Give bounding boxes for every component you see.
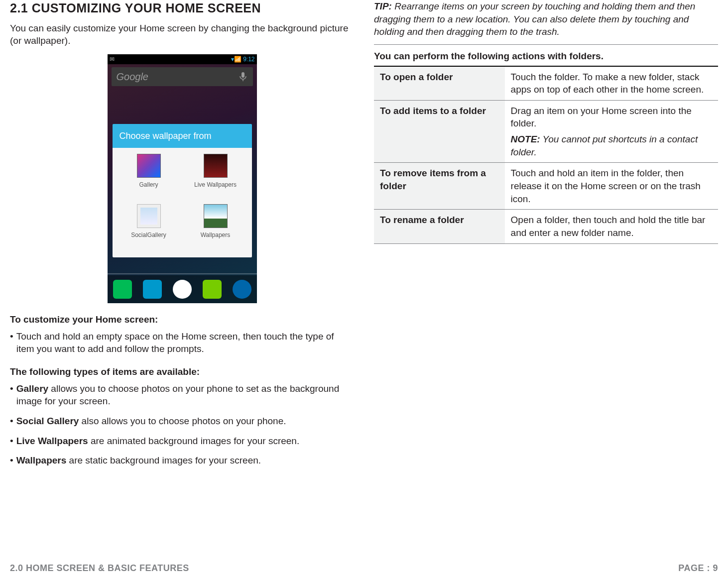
- item-type-desc: allows you to choose photos on your phon…: [16, 383, 340, 407]
- footer-page: PAGE : 9: [678, 562, 718, 574]
- table-key: To remove items from a folder: [374, 163, 505, 210]
- wallpaper-option-social: SocialGallery: [116, 204, 182, 254]
- item-type-name: Gallery: [16, 383, 48, 394]
- table-key: To open a folder: [374, 67, 505, 101]
- wallpaper-option-label: Gallery: [139, 181, 158, 189]
- table-value: Open a folder, then touch and hold the t…: [505, 210, 718, 243]
- app-drawer-icon: [173, 280, 192, 299]
- item-type-desc: are animated background images for your …: [88, 436, 300, 446]
- mail-icon: ✉: [110, 55, 115, 63]
- footer-section: 2.0 HOME SCREEN & BASIC FEATURES: [10, 562, 189, 574]
- table-value: Touch and hold an item in the folder, th…: [505, 163, 718, 210]
- phone-app-icon: [113, 280, 132, 299]
- list-item: Wallpapers are static background images …: [10, 454, 354, 467]
- types-lead: The following types of items are availab…: [10, 365, 354, 378]
- mic-icon: [239, 72, 247, 85]
- messaging-app-icon: [203, 280, 222, 299]
- item-type-name: Wallpapers: [16, 455, 67, 465]
- item-type-name: Live Wallpapers: [16, 436, 88, 446]
- wallpaper-option-live: Live Wallpapers: [182, 154, 249, 204]
- item-type-desc: are static background images for your sc…: [66, 455, 261, 465]
- social-gallery-icon: [137, 204, 161, 228]
- table-row: To open a folderTouch the folder. To mak…: [374, 67, 718, 101]
- phone-screenshot: ✉ ▾📶 9:12 Google Choose wallpaper from G…: [10, 54, 354, 303]
- status-time: 9:12: [243, 56, 254, 63]
- list-item-text: Touch and hold an empty space on the Hom…: [16, 330, 354, 355]
- table-row: To add items to a folderDrag an item on …: [374, 100, 718, 163]
- wallpapers-icon: [204, 204, 228, 228]
- table-value: Drag an item on your Home screen into th…: [505, 100, 718, 163]
- list-item: Gallery allows you to choose photos on y…: [10, 382, 354, 408]
- contacts-app-icon: [143, 280, 162, 299]
- svg-rect-0: [242, 72, 244, 78]
- wallpaper-option-gallery: Gallery: [116, 154, 182, 204]
- status-right: ▾📶 9:12: [231, 55, 255, 63]
- table-row: To remove items from a folderTouch and h…: [374, 163, 718, 210]
- wifi-icon: ▾📶: [231, 56, 242, 63]
- note-label: NOTE:: [511, 134, 540, 144]
- tip-label: TIP:: [374, 1, 392, 11]
- intro-paragraph: You can easily customize your Home scree…: [10, 22, 354, 47]
- list-item: Touch and hold an empty space on the Hom…: [10, 330, 354, 355]
- item-type-desc: also allows you to choose photos on your…: [79, 416, 286, 426]
- item-type-name: Social Gallery: [16, 416, 79, 426]
- gallery-icon: [137, 154, 161, 178]
- phone-dock: [108, 275, 257, 303]
- tip-paragraph: TIP: Rearrange items on your screen by t…: [374, 0, 718, 45]
- table-row: To rename a folderOpen a folder, then to…: [374, 210, 718, 243]
- table-lead: You can perform the following actions wi…: [374, 50, 718, 67]
- wallpaper-sheet-title: Choose wallpaper from: [113, 124, 252, 148]
- table-key: To add items to a folder: [374, 100, 505, 163]
- table-value: Touch the folder. To make a new folder, …: [505, 67, 718, 101]
- table-key: To rename a folder: [374, 210, 505, 243]
- section-heading: 2.1 CUSTOMIZING YOUR HOME SCREEN: [10, 0, 354, 17]
- wallpaper-option-label: SocialGallery: [131, 231, 166, 239]
- wallpaper-option-label: Live Wallpapers: [194, 181, 237, 189]
- wallpaper-option-label: Wallpapers: [201, 231, 231, 239]
- tip-text: Rearrange items on your screen by touchi…: [374, 1, 695, 37]
- customize-lead: To customize your Home screen:: [10, 313, 354, 326]
- google-search-bar: Google: [112, 67, 253, 86]
- browser-app-icon: [233, 280, 251, 299]
- wallpaper-sheet: Gallery Live Wallpapers SocialGallery Wa…: [113, 148, 252, 257]
- wallpaper-option-wallpapers: Wallpapers: [182, 204, 249, 254]
- search-placeholder: Google: [117, 70, 149, 84]
- list-item: Social Gallery also allows you to choose…: [10, 415, 354, 428]
- left-column: 2.1 CUSTOMIZING YOUR HOME SCREEN You can…: [10, 0, 354, 474]
- page-footer: 2.0 HOME SCREEN & BASIC FEATURES PAGE : …: [10, 562, 718, 574]
- list-item: Live Wallpapers are animated background …: [10, 435, 354, 448]
- live-wallpapers-icon: [204, 154, 228, 178]
- right-column: TIP: Rearrange items on your screen by t…: [374, 0, 718, 474]
- folder-actions-table: To open a folderTouch the folder. To mak…: [374, 67, 718, 244]
